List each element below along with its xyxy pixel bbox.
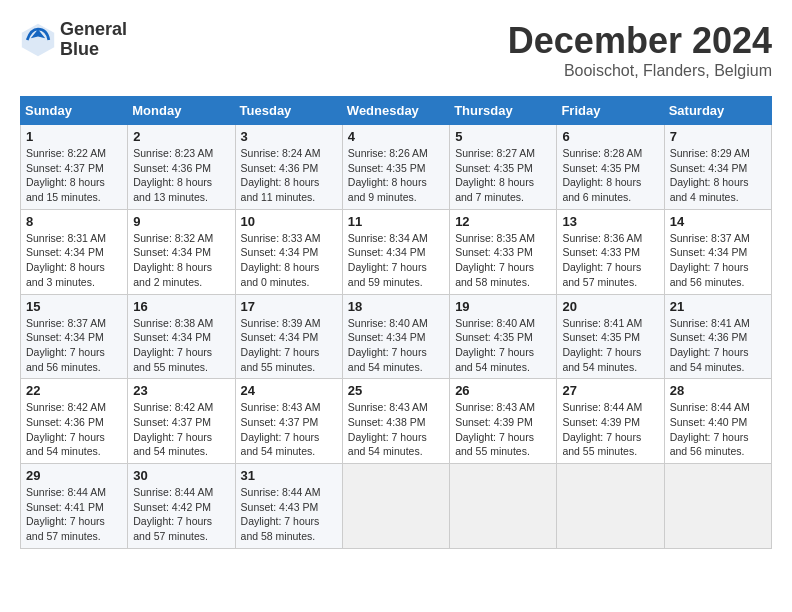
day-number: 1 [26, 129, 122, 144]
weekday-header: Friday [557, 97, 664, 125]
day-info: Sunrise: 8:34 AM Sunset: 4:34 PM Dayligh… [348, 231, 444, 290]
day-info: Sunrise: 8:31 AM Sunset: 4:34 PM Dayligh… [26, 231, 122, 290]
day-number: 16 [133, 299, 229, 314]
day-info: Sunrise: 8:42 AM Sunset: 4:37 PM Dayligh… [133, 400, 229, 459]
weekday-header: Sunday [21, 97, 128, 125]
day-info: Sunrise: 8:23 AM Sunset: 4:36 PM Dayligh… [133, 146, 229, 205]
day-number: 13 [562, 214, 658, 229]
calendar-cell [557, 464, 664, 549]
day-info: Sunrise: 8:44 AM Sunset: 4:41 PM Dayligh… [26, 485, 122, 544]
location-subtitle: Booischot, Flanders, Belgium [508, 62, 772, 80]
day-number: 17 [241, 299, 337, 314]
day-number: 5 [455, 129, 551, 144]
day-info: Sunrise: 8:27 AM Sunset: 4:35 PM Dayligh… [455, 146, 551, 205]
calendar-cell: 17Sunrise: 8:39 AM Sunset: 4:34 PM Dayli… [235, 294, 342, 379]
day-number: 10 [241, 214, 337, 229]
day-info: Sunrise: 8:32 AM Sunset: 4:34 PM Dayligh… [133, 231, 229, 290]
day-info: Sunrise: 8:36 AM Sunset: 4:33 PM Dayligh… [562, 231, 658, 290]
day-number: 23 [133, 383, 229, 398]
day-info: Sunrise: 8:26 AM Sunset: 4:35 PM Dayligh… [348, 146, 444, 205]
calendar-cell [342, 464, 449, 549]
calendar-table: SundayMondayTuesdayWednesdayThursdayFrid… [20, 96, 772, 549]
calendar-cell: 5Sunrise: 8:27 AM Sunset: 4:35 PM Daylig… [450, 125, 557, 210]
day-info: Sunrise: 8:37 AM Sunset: 4:34 PM Dayligh… [670, 231, 766, 290]
day-number: 18 [348, 299, 444, 314]
day-number: 28 [670, 383, 766, 398]
calendar-cell: 14Sunrise: 8:37 AM Sunset: 4:34 PM Dayli… [664, 209, 771, 294]
day-number: 6 [562, 129, 658, 144]
calendar-cell: 24Sunrise: 8:43 AM Sunset: 4:37 PM Dayli… [235, 379, 342, 464]
day-number: 22 [26, 383, 122, 398]
calendar-cell: 13Sunrise: 8:36 AM Sunset: 4:33 PM Dayli… [557, 209, 664, 294]
calendar-cell: 30Sunrise: 8:44 AM Sunset: 4:42 PM Dayli… [128, 464, 235, 549]
day-number: 8 [26, 214, 122, 229]
day-info: Sunrise: 8:41 AM Sunset: 4:36 PM Dayligh… [670, 316, 766, 375]
calendar-week-row: 15Sunrise: 8:37 AM Sunset: 4:34 PM Dayli… [21, 294, 772, 379]
calendar-cell: 28Sunrise: 8:44 AM Sunset: 4:40 PM Dayli… [664, 379, 771, 464]
weekday-header: Tuesday [235, 97, 342, 125]
calendar-cell: 22Sunrise: 8:42 AM Sunset: 4:36 PM Dayli… [21, 379, 128, 464]
calendar-cell: 31Sunrise: 8:44 AM Sunset: 4:43 PM Dayli… [235, 464, 342, 549]
calendar-week-row: 8Sunrise: 8:31 AM Sunset: 4:34 PM Daylig… [21, 209, 772, 294]
weekday-header: Wednesday [342, 97, 449, 125]
day-number: 31 [241, 468, 337, 483]
day-number: 19 [455, 299, 551, 314]
day-info: Sunrise: 8:43 AM Sunset: 4:38 PM Dayligh… [348, 400, 444, 459]
page-header: General Blue December 2024 Booischot, Fl… [20, 20, 772, 80]
day-info: Sunrise: 8:22 AM Sunset: 4:37 PM Dayligh… [26, 146, 122, 205]
day-number: 26 [455, 383, 551, 398]
day-number: 29 [26, 468, 122, 483]
calendar-cell: 29Sunrise: 8:44 AM Sunset: 4:41 PM Dayli… [21, 464, 128, 549]
calendar-cell: 2Sunrise: 8:23 AM Sunset: 4:36 PM Daylig… [128, 125, 235, 210]
day-info: Sunrise: 8:37 AM Sunset: 4:34 PM Dayligh… [26, 316, 122, 375]
calendar-cell: 4Sunrise: 8:26 AM Sunset: 4:35 PM Daylig… [342, 125, 449, 210]
logo-text: General Blue [60, 20, 127, 60]
weekday-header: Thursday [450, 97, 557, 125]
calendar-week-row: 22Sunrise: 8:42 AM Sunset: 4:36 PM Dayli… [21, 379, 772, 464]
logo: General Blue [20, 20, 127, 60]
weekday-header: Monday [128, 97, 235, 125]
calendar-cell: 18Sunrise: 8:40 AM Sunset: 4:34 PM Dayli… [342, 294, 449, 379]
calendar-cell: 15Sunrise: 8:37 AM Sunset: 4:34 PM Dayli… [21, 294, 128, 379]
day-number: 3 [241, 129, 337, 144]
day-info: Sunrise: 8:24 AM Sunset: 4:36 PM Dayligh… [241, 146, 337, 205]
day-number: 15 [26, 299, 122, 314]
day-info: Sunrise: 8:44 AM Sunset: 4:39 PM Dayligh… [562, 400, 658, 459]
day-info: Sunrise: 8:39 AM Sunset: 4:34 PM Dayligh… [241, 316, 337, 375]
calendar-week-row: 29Sunrise: 8:44 AM Sunset: 4:41 PM Dayli… [21, 464, 772, 549]
calendar-cell: 1Sunrise: 8:22 AM Sunset: 4:37 PM Daylig… [21, 125, 128, 210]
calendar-cell: 25Sunrise: 8:43 AM Sunset: 4:38 PM Dayli… [342, 379, 449, 464]
day-info: Sunrise: 8:40 AM Sunset: 4:34 PM Dayligh… [348, 316, 444, 375]
title-block: December 2024 Booischot, Flanders, Belgi… [508, 20, 772, 80]
calendar-cell: 23Sunrise: 8:42 AM Sunset: 4:37 PM Dayli… [128, 379, 235, 464]
day-number: 2 [133, 129, 229, 144]
calendar-cell [664, 464, 771, 549]
calendar-cell [450, 464, 557, 549]
calendar-cell: 9Sunrise: 8:32 AM Sunset: 4:34 PM Daylig… [128, 209, 235, 294]
calendar-cell: 8Sunrise: 8:31 AM Sunset: 4:34 PM Daylig… [21, 209, 128, 294]
day-info: Sunrise: 8:42 AM Sunset: 4:36 PM Dayligh… [26, 400, 122, 459]
calendar-cell: 19Sunrise: 8:40 AM Sunset: 4:35 PM Dayli… [450, 294, 557, 379]
day-number: 7 [670, 129, 766, 144]
calendar-cell: 6Sunrise: 8:28 AM Sunset: 4:35 PM Daylig… [557, 125, 664, 210]
day-number: 20 [562, 299, 658, 314]
calendar-cell: 3Sunrise: 8:24 AM Sunset: 4:36 PM Daylig… [235, 125, 342, 210]
day-info: Sunrise: 8:44 AM Sunset: 4:42 PM Dayligh… [133, 485, 229, 544]
day-info: Sunrise: 8:29 AM Sunset: 4:34 PM Dayligh… [670, 146, 766, 205]
weekday-header: Saturday [664, 97, 771, 125]
day-number: 25 [348, 383, 444, 398]
day-info: Sunrise: 8:44 AM Sunset: 4:40 PM Dayligh… [670, 400, 766, 459]
day-info: Sunrise: 8:38 AM Sunset: 4:34 PM Dayligh… [133, 316, 229, 375]
weekday-header-row: SundayMondayTuesdayWednesdayThursdayFrid… [21, 97, 772, 125]
day-number: 24 [241, 383, 337, 398]
day-info: Sunrise: 8:43 AM Sunset: 4:37 PM Dayligh… [241, 400, 337, 459]
calendar-cell: 27Sunrise: 8:44 AM Sunset: 4:39 PM Dayli… [557, 379, 664, 464]
calendar-cell: 12Sunrise: 8:35 AM Sunset: 4:33 PM Dayli… [450, 209, 557, 294]
day-number: 4 [348, 129, 444, 144]
day-number: 12 [455, 214, 551, 229]
day-number: 11 [348, 214, 444, 229]
day-info: Sunrise: 8:40 AM Sunset: 4:35 PM Dayligh… [455, 316, 551, 375]
day-number: 21 [670, 299, 766, 314]
logo-icon [20, 22, 56, 58]
day-info: Sunrise: 8:41 AM Sunset: 4:35 PM Dayligh… [562, 316, 658, 375]
